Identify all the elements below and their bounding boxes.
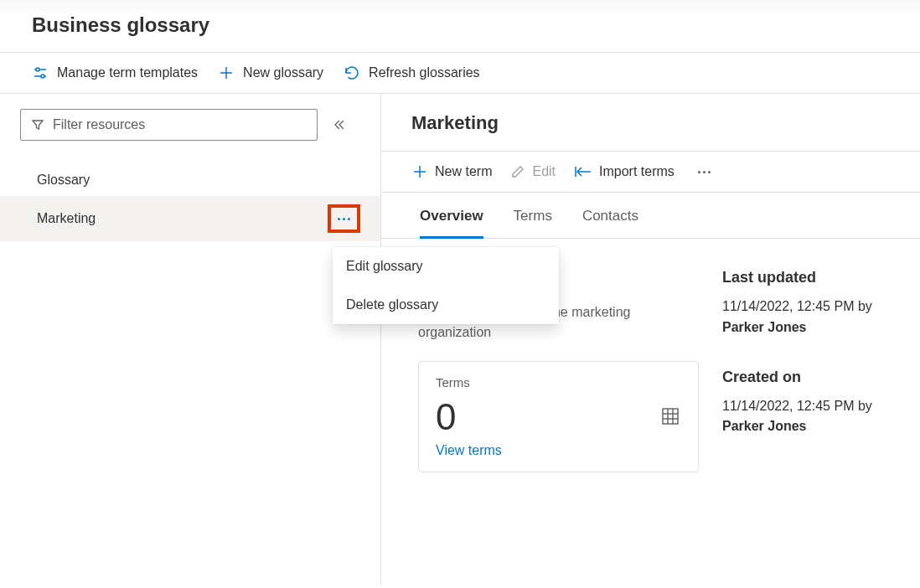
filter-row: Filter resources <box>0 109 380 156</box>
tree-item-label: Glossary <box>37 173 90 188</box>
panel-title: Marketing <box>381 94 920 152</box>
terms-card-label: Terms <box>436 375 681 389</box>
created-on-heading: Created on <box>722 369 900 386</box>
edit-label: Edit <box>532 164 556 179</box>
tree-item-more-button[interactable] <box>328 204 360 233</box>
import-terms-button[interactable]: Import terms <box>574 164 674 179</box>
view-terms-link[interactable]: View terms <box>436 443 502 458</box>
top-toolbar: Manage term templates New glossary Refre… <box>0 53 920 94</box>
new-glossary-label: New glossary <box>243 65 323 80</box>
filter-input[interactable]: Filter resources <box>20 109 318 141</box>
tab-overview[interactable]: Overview <box>420 208 483 239</box>
tab-terms[interactable]: Terms <box>514 208 552 238</box>
new-term-label: New term <box>435 164 492 179</box>
last-updated-value: 11/14/2022, 12:45 PM by Parker Jones <box>722 297 900 338</box>
context-menu: Edit glossary Delete glossary <box>333 247 559 324</box>
page-header: Business glossary <box>0 0 920 53</box>
manage-templates-label: Manage term templates <box>57 65 198 80</box>
pencil-icon <box>510 164 525 179</box>
tabs: Overview Terms Contacts <box>381 193 920 239</box>
sliders-icon <box>32 64 49 81</box>
refresh-label: Refresh glossaries <box>369 65 480 80</box>
refresh-icon <box>344 64 360 81</box>
context-menu-edit[interactable]: Edit glossary <box>333 247 559 286</box>
overview-right-column: Last updated 11/14/2022, 12:45 PM by Par… <box>722 269 900 472</box>
tree-item-marketing[interactable]: Marketing <box>0 196 380 241</box>
collapse-sidebar-button[interactable] <box>333 118 346 132</box>
import-label: Import terms <box>599 164 674 179</box>
ellipsis-icon <box>338 218 350 220</box>
refresh-glossaries-button[interactable]: Refresh glossaries <box>344 64 480 81</box>
content: Filter resources Glossary Marketing Mark… <box>0 94 920 585</box>
filter-placeholder: Filter resources <box>53 117 145 132</box>
plus-icon <box>218 64 235 81</box>
plus-icon <box>411 163 428 180</box>
tree-item-label: Marketing <box>37 211 96 226</box>
last-updated-heading: Last updated <box>722 269 900 286</box>
glossary-tree: Glossary Marketing <box>0 164 380 241</box>
last-updated-block: Last updated 11/14/2022, 12:45 PM by Par… <box>722 269 900 338</box>
main-panel: Marketing New term Edit Import terms <box>381 94 920 585</box>
panel-toolbar: New term Edit Import terms <box>381 152 920 193</box>
svg-point-1 <box>36 68 39 71</box>
created-on-block: Created on 11/14/2022, 12:45 PM by Parke… <box>722 369 900 438</box>
svg-rect-10 <box>663 409 678 424</box>
edit-button: Edit <box>510 164 556 179</box>
context-menu-delete[interactable]: Delete glossary <box>333 286 559 324</box>
new-term-button[interactable]: New term <box>411 163 492 180</box>
terms-count: 0 <box>436 396 681 438</box>
terms-card: Terms 0 View terms <box>418 361 699 472</box>
table-icon <box>661 407 680 426</box>
tree-item-glossary[interactable]: Glossary <box>0 164 380 196</box>
created-on-value: 11/14/2022, 12:45 PM by Parker Jones <box>722 396 900 438</box>
svg-point-3 <box>41 75 44 78</box>
import-icon <box>574 164 592 179</box>
filter-icon <box>31 118 44 132</box>
panel-more-button[interactable] <box>693 166 716 178</box>
page-title: Business glossary <box>32 13 900 37</box>
tab-contacts[interactable]: Contacts <box>582 208 638 238</box>
chevron-double-left-icon <box>333 118 346 132</box>
sidebar: Filter resources Glossary Marketing <box>0 94 381 585</box>
manage-templates-button[interactable]: Manage term templates <box>32 64 198 81</box>
new-glossary-button[interactable]: New glossary <box>218 64 323 81</box>
